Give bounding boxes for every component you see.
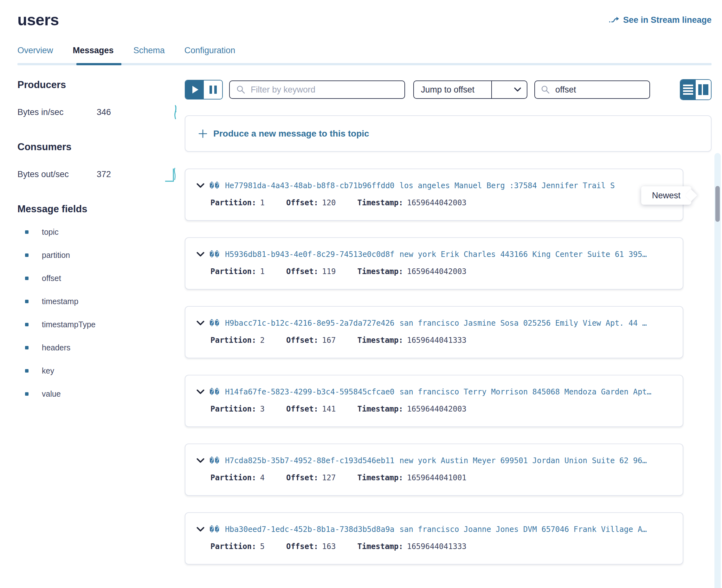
message-field-label: offset xyxy=(42,274,61,283)
search-icon xyxy=(236,85,246,94)
message-key-line: �� H7cda825b-35b7-4952-88ef-c193d546eb11… xyxy=(197,456,673,465)
partition-field: Partition:5 xyxy=(210,542,265,551)
offset-value: 163 xyxy=(322,542,336,551)
expand-chevron-icon[interactable] xyxy=(197,390,204,395)
message-row[interactable]: �� H14fa67fe-5823-4299-b3c4-595845cfcae0… xyxy=(185,375,683,427)
message-field-label: headers xyxy=(42,343,70,352)
message-list-scrollbar[interactable] xyxy=(715,153,721,588)
produce-message-button[interactable]: Produce a new message to this topic xyxy=(185,115,711,152)
play-button[interactable] xyxy=(185,81,204,99)
partition-field: Partition:1 xyxy=(210,198,265,207)
expand-chevron-icon[interactable] xyxy=(197,458,204,463)
topic-stats-sidebar: Producers Bytes in/sec 346 Consumers Byt… xyxy=(17,79,185,413)
timestamp-value: 1659644041333 xyxy=(407,542,467,551)
bytes-in-label: Bytes in/sec xyxy=(17,107,97,117)
newest-tooltip: Newest xyxy=(641,186,691,205)
partition-field: Partition:3 xyxy=(210,404,265,414)
tab-overview[interactable]: Overview xyxy=(17,46,53,63)
message-value-preview: san francisco Jasmine Sosa 025256 Emily … xyxy=(400,319,647,328)
timestamp-value: 1659644042003 xyxy=(407,404,467,414)
split-view-button[interactable] xyxy=(696,80,711,100)
offset-field: Offset:167 xyxy=(286,336,336,345)
messages-toolbar: Jump to offset xyxy=(185,79,711,100)
expand-chevron-icon[interactable] xyxy=(197,527,204,532)
partition-value: 2 xyxy=(260,336,265,345)
stream-lineage-link[interactable]: See in Stream lineage xyxy=(608,15,711,25)
message-key: H9bacc71c-b12c-4216-8e95-2a7da727e426 xyxy=(225,319,395,328)
message-list: �� He77981da-4a43-48ab-b8f8-cb71b96ffdd0… xyxy=(185,169,683,565)
message-field-item: key xyxy=(25,366,185,375)
field-bullet-icon xyxy=(25,369,28,373)
message-field-item: topic xyxy=(25,228,185,237)
message-key: He77981da-4a43-48ab-b8f8-cb71b96ffdd0 xyxy=(225,181,395,190)
message-row[interactable]: �� Hba30eed7-1edc-452b-8b1a-738d3b5d8a9a… xyxy=(185,512,683,565)
timestamp-field: Timestamp:1659644042003 xyxy=(357,267,466,276)
produce-message-label: Produce a new message to this topic xyxy=(213,129,369,139)
topic-page: users See in Stream lineage Overview Mes… xyxy=(0,0,722,588)
message-key-line: �� He77981da-4a43-48ab-b8f8-cb71b96ffdd0… xyxy=(197,181,673,190)
timestamp-value: 1659644042003 xyxy=(407,198,467,207)
partition-value: 4 xyxy=(260,473,265,482)
message-row[interactable]: �� H7cda825b-35b7-4952-88ef-c193d546eb11… xyxy=(185,443,683,496)
offset-search-input[interactable] xyxy=(555,85,644,95)
tab-configuration[interactable]: Configuration xyxy=(184,46,235,63)
message-row[interactable]: �� H9bacc71c-b12c-4216-8e95-2a7da727e426… xyxy=(185,306,683,358)
view-mode-toggle xyxy=(680,79,711,100)
offset-field: Offset:141 xyxy=(286,404,336,414)
message-row[interactable]: �� He77981da-4a43-48ab-b8f8-cb71b96ffdd0… xyxy=(185,169,683,221)
tab-messages[interactable]: Messages xyxy=(73,46,114,63)
lineage-arrow-icon xyxy=(608,16,619,24)
unprintable-key-bytes: �� xyxy=(209,387,220,396)
message-key-line: �� Hba30eed7-1edc-452b-8b1a-738d3b5d8a9a… xyxy=(197,525,673,534)
timestamp-field: Timestamp:1659644042003 xyxy=(357,404,466,414)
timestamp-field: Timestamp:1659644041001 xyxy=(357,473,466,482)
consumers-heading: Consumers xyxy=(17,141,185,153)
partition-field: Partition:4 xyxy=(210,473,265,482)
message-fields-list: topic partition offset xyxy=(17,228,185,399)
field-bullet-icon xyxy=(25,277,28,280)
unprintable-key-bytes: �� xyxy=(209,456,220,465)
list-view-button[interactable] xyxy=(680,80,696,100)
field-bullet-icon xyxy=(25,323,28,326)
chevron-down-icon xyxy=(508,87,527,92)
message-value-preview: new york Austin Meyer 699501 Jordan Unio… xyxy=(400,456,647,465)
field-bullet-icon xyxy=(25,253,28,257)
expand-chevron-icon[interactable] xyxy=(197,321,204,326)
message-value-preview: los angeles Manuel Berg :37584 Jennifer … xyxy=(400,181,615,190)
offset-field: Offset:120 xyxy=(286,198,336,207)
message-key: H14fa67fe-5823-4299-b3c4-595845cfcae0 xyxy=(225,387,395,396)
message-meta-line: Partition:1 Offset:119 Timestamp:1659644… xyxy=(210,267,673,276)
expand-chevron-icon[interactable] xyxy=(197,183,204,188)
scrollbar-thumb[interactable] xyxy=(715,186,720,222)
message-field-label: timestamp xyxy=(42,297,78,306)
message-field-label: timestampType xyxy=(42,320,96,329)
filter-keyword-input[interactable] xyxy=(250,85,398,95)
offset-field: Offset:127 xyxy=(286,473,336,482)
unprintable-key-bytes: �� xyxy=(209,250,220,259)
message-row[interactable]: �� H5936db81-b943-4e0f-8c29-74513e0c0d8f… xyxy=(185,237,683,290)
message-field-label: partition xyxy=(42,251,70,260)
jump-to-offset-select[interactable]: Jump to offset xyxy=(413,81,528,99)
timestamp-field: Timestamp:1659644041333 xyxy=(357,336,466,345)
field-bullet-icon xyxy=(25,300,28,303)
active-tab-indicator xyxy=(76,63,121,65)
pause-icon xyxy=(209,86,217,94)
message-key: Hba30eed7-1edc-452b-8b1a-738d3b5d8a9a xyxy=(225,525,395,534)
message-field-label: value xyxy=(42,390,61,399)
select-divider xyxy=(491,81,492,98)
message-field-item: partition xyxy=(25,251,185,260)
message-field-item: timestamp xyxy=(25,297,185,306)
pause-button[interactable] xyxy=(204,81,222,99)
tab-schema[interactable]: Schema xyxy=(133,46,165,63)
unprintable-key-bytes: �� xyxy=(209,181,220,190)
message-value-preview: san francisco Joanne Jones DVM 657046 Fr… xyxy=(400,525,647,534)
partition-field: Partition:1 xyxy=(210,267,265,276)
message-field-item: value xyxy=(25,390,185,399)
message-key-line: �� H9bacc71c-b12c-4216-8e95-2a7da727e426… xyxy=(197,319,673,328)
offset-value: 141 xyxy=(322,404,336,414)
offset-value: 119 xyxy=(322,267,336,276)
message-key-line: �� H14fa67fe-5823-4299-b3c4-595845cfcae0… xyxy=(197,387,673,396)
offset-field: Offset:163 xyxy=(286,542,336,551)
expand-chevron-icon[interactable] xyxy=(197,252,204,257)
offset-field: Offset:119 xyxy=(286,267,336,276)
